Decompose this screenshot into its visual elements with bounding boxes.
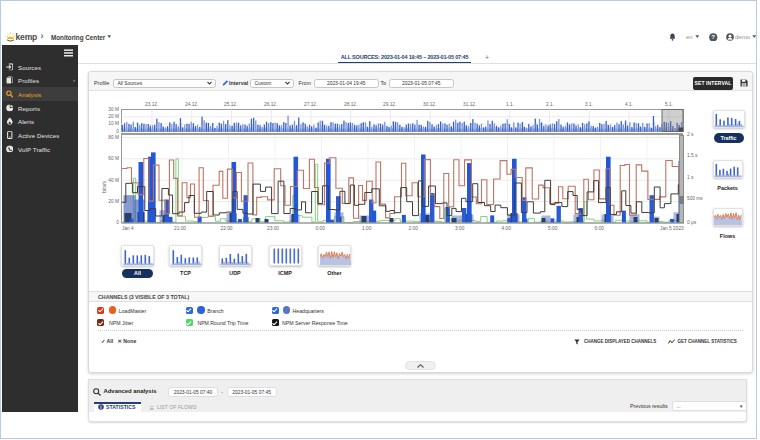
svg-text:?: ?: [711, 33, 715, 40]
svg-text:i: i: [100, 405, 101, 410]
